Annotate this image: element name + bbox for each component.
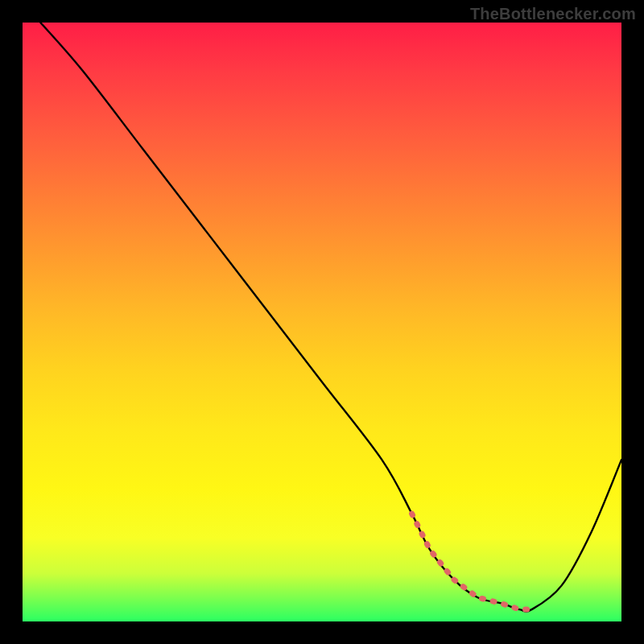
watermark-text: TheBottlenecker.com [470, 5, 636, 23]
chart-plot-area [23, 23, 621, 621]
bottleneck-curve-svg [23, 23, 621, 621]
bottleneck-curve-path [40, 23, 621, 612]
flat-region-marker [412, 514, 532, 609]
